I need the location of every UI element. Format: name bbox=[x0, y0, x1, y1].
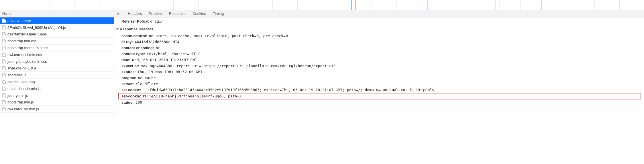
request-list-panel: Name privacy-policy/5FmhiOzSLvvd_909IUu-… bbox=[0, 10, 114, 164]
request-row[interactable]: bootstrap.min.js bbox=[0, 99, 114, 106]
request-row[interactable]: jquery.fancybox.min.css bbox=[0, 58, 114, 65]
magnifier-icon bbox=[2, 80, 6, 84]
request-row[interactable]: search_icon.png bbox=[0, 79, 114, 85]
file-icon bbox=[2, 73, 6, 77]
file-icon bbox=[2, 107, 6, 111]
header-row: expect-ctmax-age=604800, report-uri="htt… bbox=[114, 63, 644, 69]
tab-response[interactable]: Response bbox=[168, 10, 186, 17]
request-name: privacy-policy/ bbox=[7, 19, 31, 23]
header-value: no-cache bbox=[138, 76, 156, 80]
file-icon bbox=[2, 19, 6, 23]
request-name: bootstrap.min.js bbox=[7, 100, 34, 104]
header-name: set-cookie bbox=[121, 94, 141, 98]
request-row[interactable]: 5FmhiOzSLvvd_909IUu-cVLjaY4.js bbox=[0, 24, 114, 31]
timeline-mark bbox=[352, 0, 352, 10]
request-row[interactable]: bootstrap-theme.min.css bbox=[0, 45, 114, 51]
request-row[interactable]: owl.carousel.min.js bbox=[0, 106, 114, 113]
tab-headers[interactable]: Headers bbox=[127, 10, 142, 17]
request-name: sharethis.js bbox=[7, 73, 26, 77]
header-value: __cfduid=d39917cba20143a404ac35b2e919791… bbox=[143, 88, 434, 92]
header-row: status200 bbox=[114, 99, 644, 105]
network-timeline[interactable] bbox=[0, 0, 644, 10]
request-row[interactable]: sharethis.js bbox=[0, 72, 114, 79]
header-value: 46416d387d85530e-MIA bbox=[135, 40, 180, 44]
header-row: dateWed, 03 Oct 2018 18:21:07 GMT bbox=[114, 57, 644, 63]
request-row[interactable]: css?family=Open+Sans bbox=[0, 31, 114, 38]
file-icon bbox=[2, 93, 6, 97]
header-row: expiresThu, 19 Nov 1981 08:52:00 GMT bbox=[114, 69, 644, 75]
header-row: pragmano-cache bbox=[114, 75, 644, 81]
header-name: Referrer Policy bbox=[121, 19, 148, 23]
header-name: expect-ct bbox=[121, 64, 139, 68]
header-name: content-type bbox=[121, 52, 145, 56]
file-icon bbox=[2, 32, 6, 36]
header-name: set-cookie bbox=[121, 88, 141, 92]
request-row[interactable]: bootstrap.min.css bbox=[0, 38, 114, 45]
file-icon bbox=[2, 25, 6, 29]
header-row: content-encodingbr bbox=[114, 45, 644, 51]
request-list-header[interactable]: Name bbox=[0, 10, 114, 17]
tab-cookies[interactable]: Cookies bbox=[192, 10, 207, 17]
header-value: Thu, 19 Nov 1981 08:52:00 GMT bbox=[138, 70, 203, 74]
request-name: email-decode.min.js bbox=[7, 87, 41, 91]
request-row[interactable]: privacy-policy/ bbox=[0, 17, 114, 24]
request-row[interactable]: style.css?v=1.0.4 bbox=[0, 65, 114, 72]
request-name: css?family=Open+Sans bbox=[7, 32, 47, 36]
request-name: bootstrap-theme.min.css bbox=[7, 46, 48, 50]
section-label: Response Headers bbox=[120, 27, 153, 31]
request-name: jquery.fancybox.min.css bbox=[7, 59, 47, 64]
header-value: cloudflare bbox=[136, 82, 158, 86]
request-row[interactable]: email-decode.min.js bbox=[0, 85, 114, 92]
header-value: no-store, no-cache, must-revalidate, pos… bbox=[149, 34, 288, 38]
request-name: owl.carousel.min.css bbox=[7, 53, 42, 57]
header-name: server bbox=[121, 82, 134, 86]
header-name: pragma bbox=[121, 76, 136, 80]
request-name: owl.carousel.min.js bbox=[7, 107, 39, 111]
header-value: max-age=604800, report-uri="https://repo… bbox=[141, 64, 336, 68]
timeline-mark bbox=[500, 0, 500, 10]
header-name: date bbox=[121, 58, 130, 62]
timeline-mark bbox=[427, 0, 427, 10]
header-row: cache-controlno-store, no-cache, must-re… bbox=[114, 33, 644, 39]
tab-timing[interactable]: Timing bbox=[212, 10, 225, 17]
triangle-down-icon bbox=[116, 28, 119, 30]
file-icon bbox=[2, 66, 6, 70]
details-panel: ✕ HeadersPreviewResponseCookiesTiming Re… bbox=[114, 10, 644, 164]
header-value: origin bbox=[150, 19, 164, 23]
name-column-header: Name bbox=[2, 12, 11, 16]
header-value: PHPSESSID=he5hj6drfq6uanp1im4rfkugd6; pa… bbox=[143, 94, 242, 98]
file-icon bbox=[2, 100, 6, 104]
request-row[interactable]: jquery.min.js bbox=[0, 92, 114, 99]
header-row: content-typetext/html; charset=UTF-8 bbox=[114, 51, 644, 57]
headers-pane[interactable]: Referrer Policy: origin Response Headers… bbox=[114, 17, 644, 164]
file-icon bbox=[2, 59, 6, 63]
header-name: cf-ray bbox=[121, 40, 133, 44]
close-icon[interactable]: ✕ bbox=[116, 12, 120, 16]
header-row: servercloudflare bbox=[114, 81, 644, 87]
header-value: 200 bbox=[136, 100, 142, 105]
response-headers-section[interactable]: Response Headers bbox=[114, 25, 644, 33]
request-name: bootstrap.min.css bbox=[7, 39, 37, 43]
file-icon bbox=[2, 53, 6, 57]
request-name: style.css?v=1.0.4 bbox=[7, 66, 36, 70]
header-name: status bbox=[121, 100, 134, 105]
header-name: cache-control bbox=[121, 34, 147, 38]
header-row: set-cookiePHPSESSID=he5hj6drfq6uanp1im4r… bbox=[118, 93, 641, 99]
details-tab-bar: ✕ HeadersPreviewResponseCookiesTiming bbox=[114, 10, 644, 17]
request-name: search_icon.png bbox=[7, 80, 35, 84]
file-icon bbox=[2, 46, 6, 50]
request-name: 5FmhiOzSLvvd_909IUu-cVLjaY4.js bbox=[7, 25, 66, 30]
header-row: Referrer Policy: origin bbox=[114, 19, 644, 25]
timeline-mark bbox=[541, 0, 541, 10]
file-icon bbox=[2, 39, 6, 43]
timeline-mark bbox=[356, 0, 356, 10]
header-value: br bbox=[156, 46, 160, 50]
tab-preview[interactable]: Preview bbox=[148, 10, 162, 17]
header-value: text/html; charset=UTF-8 bbox=[147, 52, 201, 56]
request-list: privacy-policy/5FmhiOzSLvvd_909IUu-cVLja… bbox=[0, 17, 114, 113]
header-value: Wed, 03 Oct 2018 18:21:07 GMT bbox=[132, 58, 197, 62]
header-name: content-encoding bbox=[121, 46, 154, 50]
header-name: expires bbox=[121, 70, 136, 74]
header-row: set-cookie__cfduid=d39917cba20143a404ac3… bbox=[114, 87, 644, 93]
request-row[interactable]: owl.carousel.min.css bbox=[0, 51, 114, 58]
